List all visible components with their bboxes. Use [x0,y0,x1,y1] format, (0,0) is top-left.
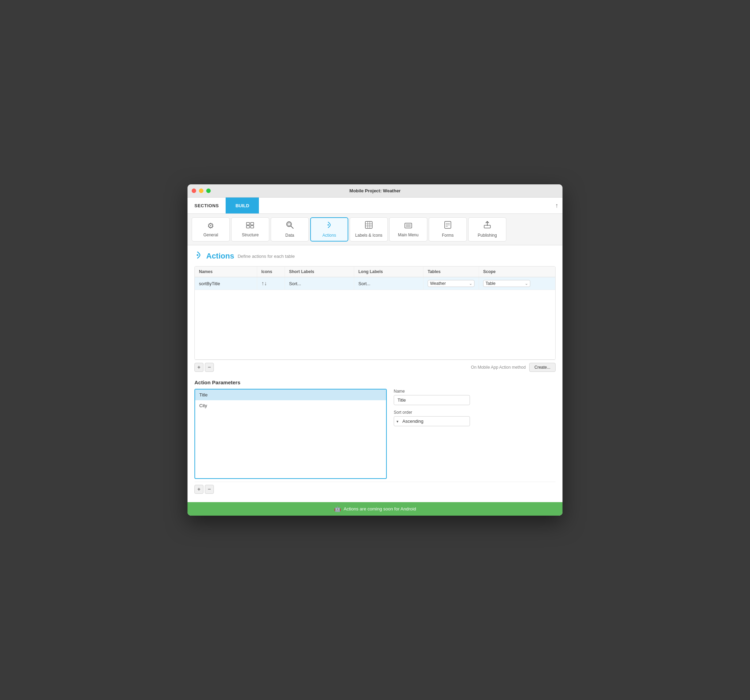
structure-icon [246,221,254,230]
titlebar: Mobile Project: Weather [188,184,562,198]
data-icon [286,221,294,231]
action-parameters-area: Title City Name Sort order ▾ Ascending D… [194,389,556,479]
data-label: Data [285,233,294,238]
row-short-label-value: Sort... [289,281,301,286]
svg-rect-3 [251,226,254,228]
svg-point-23 [197,254,198,256]
params-list: Title City [194,389,387,479]
add-param-button[interactable]: + [194,485,203,494]
maximize-button[interactable] [206,189,211,193]
toolbar: ⚙ General Structure D [188,214,562,246]
param-item-title[interactable]: Title [195,390,386,400]
forms-icon [444,221,451,231]
cell-table[interactable]: Weather Cities [424,277,479,290]
actions-header-icon [194,251,203,261]
labels-icons-icon [365,221,373,231]
toolbar-item-publishing[interactable]: Publishing [468,217,506,241]
minimize-button[interactable] [199,189,203,193]
cell-name: sortByTitle [195,277,257,290]
action-method-label: On Mobile App Action method [471,365,526,370]
table-row[interactable]: sortByTitle ↑↓ Sort... Sort... Weather C… [195,277,555,290]
table-header-row: Names Icons Short Labels Long Labels Tab… [195,267,555,277]
sort-arrows-icon: ↑↓ [261,280,267,287]
labels-icons-label: Labels & Icons [355,233,383,238]
app-window: Mobile Project: Weather SECTIONS BUILD ↑… [188,184,562,516]
window-controls [192,189,211,193]
sort-order-select[interactable]: Ascending Descending [394,416,470,426]
general-label: General [203,233,218,237]
cell-icon: ↑↓ [257,277,285,290]
svg-point-6 [287,223,290,226]
toolbar-item-main-menu[interactable]: Main Menu [389,217,427,241]
actions-title: Actions [206,252,234,261]
actions-icon-toolbar [326,221,333,231]
svg-point-7 [327,224,329,226]
scope-select[interactable]: Table Record All [483,280,530,287]
toolbar-item-actions[interactable]: Actions [310,217,348,241]
cell-long-label: Sort... [354,277,424,290]
name-input[interactable] [394,395,470,405]
table-empty-area [195,290,555,359]
actions-description: Define actions for each table [238,254,295,259]
svg-line-5 [291,226,293,228]
actions-table: Names Icons Short Labels Long Labels Tab… [194,266,556,360]
col-scope: Scope [479,267,535,277]
content-area: Actions Define actions for each table Na… [188,246,562,502]
cell-short-label: Sort... [285,277,354,290]
table-bottom-toolbar: + − On Mobile App Action method Create..… [194,360,556,375]
col-short-labels: Short Labels [285,267,354,277]
name-label: Name [394,389,556,394]
toolbar-item-general[interactable]: ⚙ General [192,217,230,241]
row-name-value: sortByTitle [199,281,220,286]
table-select[interactable]: Weather Cities [428,280,475,287]
scope-select-wrapper: Table Record All [483,280,530,287]
footer: 🤖 Actions are coming soon for Android [188,502,562,516]
toolbar-item-forms[interactable]: Forms [429,217,467,241]
svg-rect-0 [246,223,249,225]
table-select-wrapper: Weather Cities [428,280,475,287]
svg-rect-8 [365,221,372,228]
sort-order-label: Sort order [394,410,556,415]
publishing-icon [484,221,491,231]
upload-icon[interactable]: ↑ [555,202,562,209]
params-right-panel: Name Sort order ▾ Ascending Descending [394,389,556,426]
actions-header: Actions Define actions for each table [194,251,556,261]
structure-label: Structure [242,233,259,237]
build-tab[interactable]: BUILD [226,198,259,213]
app-header: SECTIONS BUILD ↑ [188,198,562,214]
row-long-label-value: Sort... [358,281,370,286]
remove-action-button[interactable]: − [205,363,214,372]
main-menu-label: Main Menu [398,233,418,237]
create-button[interactable]: Create... [529,363,556,372]
params-bottom-toolbar: + − [194,482,556,497]
col-tables: Tables [424,267,479,277]
sort-order-wrapper: ▾ Ascending Descending [394,416,470,426]
param-item-city[interactable]: City [195,400,386,411]
main-menu-icon [404,221,412,230]
col-icons: Icons [257,267,285,277]
remove-param-button[interactable]: − [205,485,214,494]
publishing-label: Publishing [478,233,496,238]
toolbar-item-structure[interactable]: Structure [231,217,269,241]
close-button[interactable] [192,189,196,193]
android-icon: 🤖 [334,506,341,512]
col-long-labels: Long Labels [354,267,424,277]
svg-rect-1 [251,223,254,225]
footer-message: Actions are coming soon for Android [344,506,416,511]
svg-rect-2 [246,226,249,228]
action-parameters-title: Action Parameters [194,379,556,385]
sections-label: SECTIONS [188,203,226,208]
toolbar-item-labels-icons[interactable]: Labels & Icons [350,217,388,241]
cell-scope[interactable]: Table Record All [479,277,535,290]
toolbar-item-data[interactable]: Data [270,217,309,241]
window-title: Mobile Project: Weather [349,188,401,193]
forms-label: Forms [442,233,454,238]
actions-label-toolbar: Actions [322,233,336,238]
add-action-button[interactable]: + [194,363,203,372]
general-icon: ⚙ [207,221,214,230]
col-names: Names [195,267,257,277]
